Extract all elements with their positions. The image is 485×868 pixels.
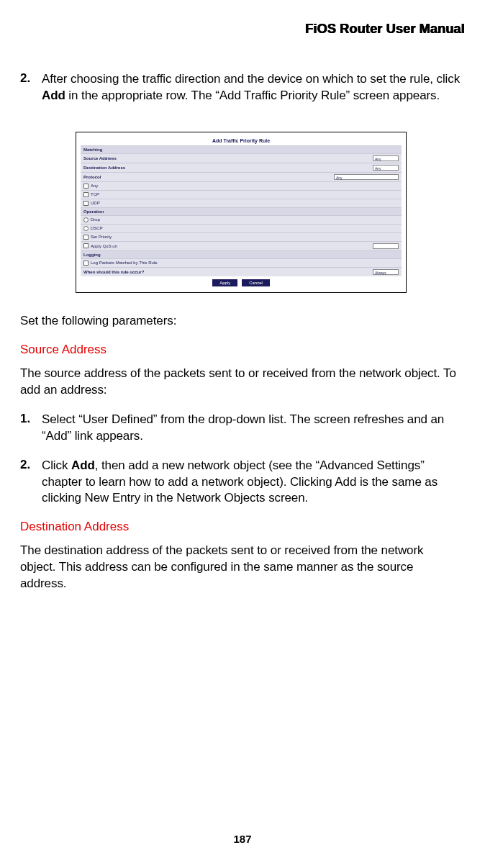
ss-select-source[interactable]: Any (373, 155, 399, 161)
src-step2-bold: Add (71, 458, 95, 472)
ss-chk-any[interactable] (83, 184, 89, 189)
page-number: 187 (0, 833, 485, 845)
src-step2-after: , then add a new network object (see the… (42, 458, 438, 505)
step2-after: in the appropriate row. The “Add Traffic… (65, 89, 440, 102)
ss-row-when: When should this rule occur? (83, 270, 144, 274)
cancel-button[interactable]: Cancel (242, 279, 270, 286)
ss-row-protocol: Protocol (83, 175, 101, 179)
ss-chk-tcp[interactable] (83, 192, 89, 197)
ss-row-dest: Destination Address (83, 166, 125, 170)
ss-opt-txqueue: Apply QoS on (91, 244, 117, 248)
ss-row-logging: Logging (83, 253, 101, 257)
ss-select-protocol[interactable]: Any (334, 174, 399, 180)
src-step1-num: 1. (20, 412, 42, 445)
ss-chk-udp[interactable] (83, 201, 89, 206)
step2-before: After choosing the traffic direction and… (42, 72, 460, 86)
ss-chk-txqueue[interactable] (83, 243, 89, 248)
header-title: FiOS Router User Manual (20, 22, 465, 37)
ss-row-source: Source Address (83, 156, 117, 161)
src-step2-num: 2. (20, 458, 42, 507)
ss-select-dest[interactable]: Any (373, 165, 399, 171)
apply-button[interactable]: Apply (212, 279, 237, 286)
ss-chk-priority[interactable] (83, 235, 89, 240)
ss-opt-log: Log Packets Matched by This Rule (91, 261, 158, 265)
destination-address-heading: Destination Address (20, 520, 462, 534)
screenshot-title: Add Traffic Priority Rule (81, 137, 402, 145)
ss-opt-any: Any (91, 184, 98, 188)
src-step-2: 2. Click Add, then add a new network obj… (20, 458, 462, 507)
step2-bold: Add (42, 89, 65, 102)
ss-chk-log[interactable] (83, 261, 89, 266)
src-step2-text: Click Add, then add a new network object… (42, 458, 462, 507)
ss-opt-tcp: TCP (91, 192, 99, 196)
step-number: 2. (20, 71, 42, 104)
ss-row-operation: Operation (83, 209, 104, 214)
src-step2-before: Click (42, 458, 71, 472)
src-step-1: 1. Select “User Defined” from the drop-d… (20, 412, 462, 445)
source-address-heading: Source Address (20, 343, 462, 357)
set-params-text: Set the following parameters: (20, 313, 462, 330)
ss-select-txqueue[interactable] (373, 243, 399, 249)
step-text: After choosing the traffic direction and… (42, 71, 462, 104)
embedded-screenshot: Add Traffic Priority Rule Matching Sourc… (76, 132, 407, 293)
ss-select-when[interactable]: Always (373, 269, 399, 275)
ss-radio-drop[interactable] (83, 217, 89, 222)
ss-opt-udp: UDP (91, 201, 100, 205)
ss-opt-drop: Drop (91, 217, 100, 222)
source-address-para: The source address of the packets sent t… (20, 366, 462, 399)
body-content: 2. After choosing the traffic direction … (20, 71, 465, 592)
destination-address-para: The destination address of the packets s… (20, 543, 462, 592)
ss-opt-dscp: DSCP (91, 226, 103, 230)
ss-opt-priority: Set Priority (91, 235, 112, 239)
src-step1-text: Select “User Defined” from the drop-down… (42, 412, 462, 445)
ss-row-matching: Matching (83, 148, 102, 152)
step-2: 2. After choosing the traffic direction … (20, 71, 462, 104)
ss-radio-dscp[interactable] (83, 226, 89, 231)
